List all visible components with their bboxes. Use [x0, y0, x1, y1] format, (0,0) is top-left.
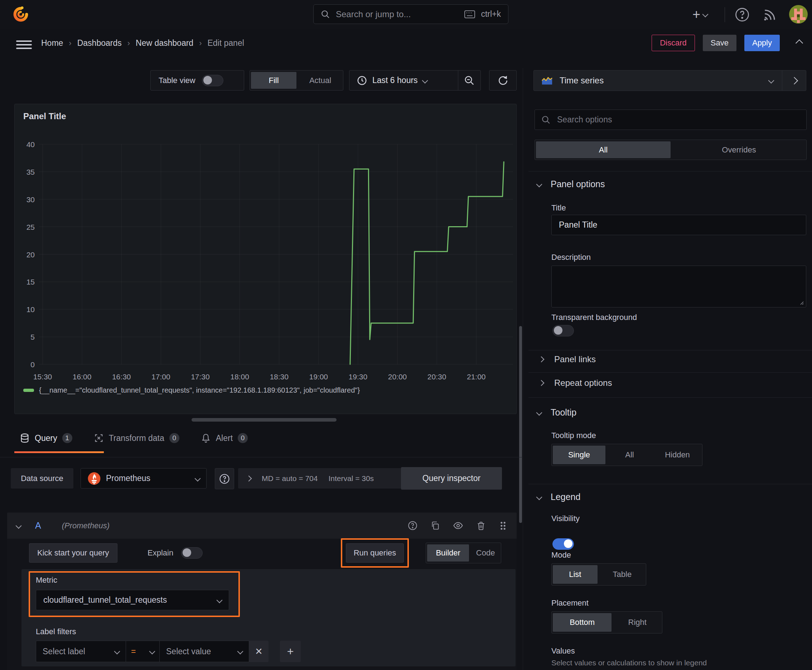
- values-label: Values: [551, 646, 575, 656]
- chevron-right-icon: [539, 380, 544, 386]
- description-textarea[interactable]: [551, 266, 806, 308]
- tooltip-mode-all[interactable]: All: [607, 444, 653, 465]
- chevron-down-icon: [114, 648, 120, 655]
- pane-drag-handle[interactable]: [192, 418, 337, 421]
- tooltip-title: Tooltip: [551, 407, 576, 418]
- collapse-up-icon[interactable]: [797, 41, 802, 47]
- legend-visibility-toggle[interactable]: [553, 538, 574, 550]
- search-icon: [541, 115, 551, 125]
- panel-options-header[interactable]: Panel options: [537, 179, 605, 189]
- breadcrumb-home[interactable]: Home: [41, 38, 63, 48]
- bell-icon: [201, 433, 211, 443]
- query-help-icon[interactable]: [408, 521, 417, 530]
- time-range-label: Last 6 hours: [372, 76, 418, 85]
- placement-bottom[interactable]: Bottom: [553, 613, 612, 632]
- breadcrumb-new-dashboard[interactable]: New dashboard: [136, 38, 193, 48]
- placement-right[interactable]: Right: [613, 612, 662, 633]
- legend-section-header[interactable]: Legend: [537, 492, 580, 502]
- duplicate-query-icon[interactable]: [431, 521, 440, 530]
- add-filter-button[interactable]: +: [280, 641, 301, 662]
- query-options-summary[interactable]: MD = auto = 704 Interval = 30s: [238, 468, 410, 489]
- resize-handle-icon[interactable]: [799, 300, 804, 305]
- panel-links-section[interactable]: Panel links: [539, 354, 596, 364]
- time-range-picker[interactable]: Last 6 hours: [349, 75, 458, 86]
- x-tick-label: 18:30: [270, 372, 288, 381]
- x-tick-label: 18:00: [230, 372, 249, 381]
- transform-icon: [94, 433, 104, 443]
- options-tab-overrides[interactable]: Overrides: [672, 140, 806, 160]
- chevron-down-icon: [16, 523, 22, 529]
- panel-title-field[interactable]: [558, 220, 800, 230]
- help-icon[interactable]: [735, 7, 750, 22]
- select-label-dropdown[interactable]: Select label: [36, 641, 126, 662]
- tab-alert[interactable]: Alert 0: [201, 433, 248, 443]
- apply-button[interactable]: Apply: [744, 35, 780, 51]
- drag-handle-grip-icon[interactable]: [499, 521, 507, 531]
- operator-dropdown[interactable]: =: [126, 641, 160, 662]
- chevron-down-icon: [149, 648, 155, 655]
- time-range-group: Last 6 hours: [349, 70, 481, 91]
- database-icon: [20, 433, 30, 443]
- legend-mode-label: Mode: [551, 550, 571, 560]
- datasource-value: Prometheus: [106, 474, 150, 483]
- avatar[interactable]: [789, 5, 808, 24]
- visualization-picker[interactable]: Time series: [534, 70, 806, 91]
- metric-select[interactable]: cloudflared_tunnel_total_requests: [36, 590, 229, 610]
- news-rss-icon[interactable]: [762, 8, 776, 22]
- tooltip-mode-hidden[interactable]: Hidden: [653, 444, 702, 465]
- hamburger-menu-icon[interactable]: [16, 38, 32, 51]
- transparent-background-toggle[interactable]: [553, 325, 574, 337]
- actual-option[interactable]: Actual: [298, 71, 343, 90]
- chevron-down-icon: [217, 597, 223, 603]
- tab-query[interactable]: Query 1: [20, 433, 72, 443]
- tooltip-section-header[interactable]: Tooltip: [537, 407, 576, 418]
- tooltip-mode-single[interactable]: Single: [553, 446, 605, 464]
- remove-filter-button[interactable]: ✕: [249, 641, 268, 662]
- global-search-input[interactable]: Search or jump to... ctrl+k: [313, 4, 509, 24]
- breadcrumb-dashboards[interactable]: Dashboards: [77, 38, 122, 48]
- datasource-help-icon[interactable]: [215, 468, 234, 489]
- legend-series-name[interactable]: {__name__="cloudflared_tunnel_total_requ…: [39, 386, 360, 394]
- scrollbar-thumb[interactable]: [519, 326, 522, 523]
- select-value-dropdown[interactable]: Select value: [160, 641, 249, 662]
- query-row-header[interactable]: A (Prometheus): [7, 513, 517, 539]
- fill-option[interactable]: Fill: [251, 72, 297, 89]
- datasource-picker[interactable]: Prometheus: [81, 468, 207, 489]
- builder-option[interactable]: Builder: [427, 544, 469, 562]
- topnav-divider: [725, 7, 725, 22]
- toggle-viz-options-icon[interactable]: [782, 78, 806, 83]
- search-options-input[interactable]: [534, 110, 807, 130]
- x-tick-label: 15:30: [33, 372, 52, 381]
- legend-mode-list[interactable]: List: [553, 565, 598, 584]
- keyboard-icon: [464, 10, 475, 18]
- search-options-field[interactable]: [556, 115, 800, 125]
- explain-toggle[interactable]: [181, 547, 203, 559]
- tab-transform[interactable]: Transform data 0: [94, 433, 180, 443]
- legend-placement-segmented: Bottom Right: [551, 611, 662, 633]
- series-line[interactable]: [350, 162, 504, 364]
- table-view-toggle[interactable]: [202, 75, 224, 86]
- delete-query-trash-icon[interactable]: [476, 521, 486, 530]
- zoom-out-icon[interactable]: [458, 71, 480, 90]
- run-queries-button[interactable]: Run queries: [346, 543, 404, 563]
- tab-transform-label: Transform data: [109, 433, 164, 443]
- visibility-label: Visibility: [551, 514, 580, 523]
- repeat-options-section[interactable]: Repeat options: [539, 378, 612, 388]
- grafana-logo-icon[interactable]: [12, 6, 29, 23]
- select-value-placeholder: Select value: [166, 647, 211, 656]
- query-inspector-button[interactable]: Query inspector: [401, 467, 502, 490]
- save-button[interactable]: Save: [703, 35, 736, 51]
- legend-mode-table[interactable]: Table: [598, 564, 646, 585]
- time-series-chart[interactable]: 051015202530354015:3016:0016:3017:0017:3…: [15, 104, 516, 414]
- options-tab-all[interactable]: All: [536, 141, 671, 158]
- kickstart-query-button[interactable]: Kick start your query: [29, 543, 117, 563]
- legend-swatch[interactable]: [23, 389, 34, 392]
- refresh-icon[interactable]: [489, 70, 517, 91]
- x-tick-label: 17:30: [191, 372, 210, 381]
- hide-response-eye-icon[interactable]: [453, 520, 463, 531]
- add-menu-button[interactable]: +: [692, 7, 707, 22]
- panel-title-input[interactable]: [551, 215, 806, 235]
- discard-button[interactable]: Discard: [652, 35, 695, 51]
- code-option[interactable]: Code: [470, 543, 501, 563]
- chevron-down-icon: [237, 648, 244, 655]
